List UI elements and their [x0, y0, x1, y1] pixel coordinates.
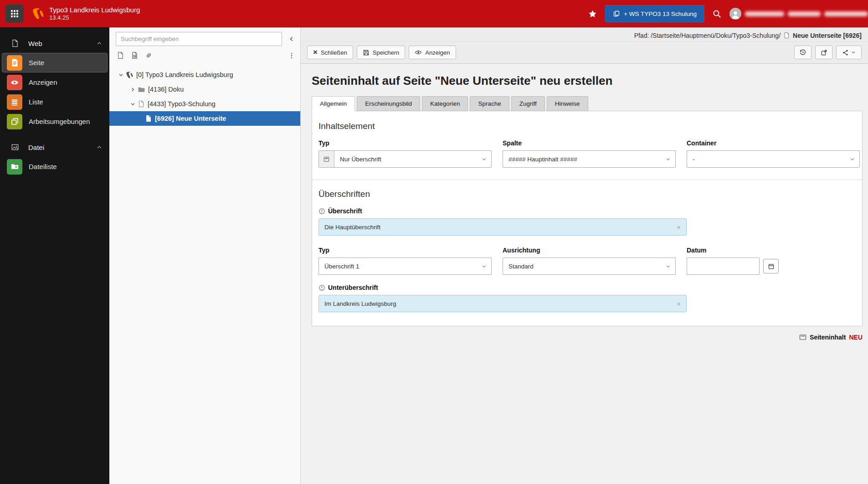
page-module-icon — [7, 55, 22, 71]
workspace-copy-icon — [613, 10, 620, 17]
grid-icon — [10, 10, 19, 18]
sidebar-item-label: Arbeitsumgebungen — [29, 118, 90, 125]
info-icon — [318, 208, 325, 215]
chevron-right-icon[interactable] — [128, 87, 137, 92]
spalte-select[interactable]: ##### Hauptinhalt ##### — [503, 150, 676, 168]
tree-node-label: [4433] Typo3-Schulung — [148, 100, 216, 108]
chevron-down-icon — [851, 50, 856, 55]
tab-sprache[interactable]: Sprache — [470, 96, 509, 111]
calendar-button[interactable] — [763, 259, 779, 273]
view-eye-icon — [7, 75, 22, 90]
tab-hinweise[interactable]: Hinweise — [547, 96, 588, 111]
collapse-tree-icon[interactable] — [287, 35, 296, 44]
chevron-up-icon — [97, 144, 102, 150]
page-icon — [145, 115, 152, 122]
tree-search-input[interactable] — [116, 32, 282, 46]
unterueberschrift-label-row: Unterüberschrift — [318, 284, 856, 291]
page-icon — [783, 32, 790, 39]
clear-field-icon[interactable]: × — [677, 223, 681, 231]
tab-erscheinungsbild[interactable]: Erscheinungsbild — [357, 96, 420, 111]
module-group-label: Web — [28, 40, 42, 47]
close-button[interactable]: × Schließen — [307, 46, 353, 59]
open-in-new-window-button[interactable] — [815, 46, 832, 59]
sidebar-item-label: Anzeigen — [29, 78, 57, 86]
module-group-web[interactable]: Web — [0, 34, 109, 53]
share-button[interactable] — [836, 46, 862, 59]
docheader: Pfad: /Startseite/Hauptmenü/Doku/Typo3-S… — [301, 27, 868, 64]
tab-allgemein[interactable]: Allgemein — [312, 96, 355, 111]
tree-kebab-menu-icon[interactable] — [288, 52, 295, 59]
file-image-icon — [11, 143, 19, 151]
chevron-down-icon — [666, 157, 675, 162]
save-button[interactable]: Speichern — [357, 46, 406, 59]
module-group-datei[interactable]: Datei — [0, 138, 109, 157]
datum-label: Datum — [687, 247, 860, 254]
ueberschrift-value: Die Hauptüberschrift — [324, 224, 380, 231]
chevron-down-icon[interactable] — [128, 102, 137, 107]
save-floppy-icon — [363, 49, 370, 56]
unterueberschrift-value: Im Landkreis Ludwigsburg — [324, 300, 396, 307]
sidebar-item-liste[interactable]: Liste — [2, 92, 108, 112]
calendar-icon — [768, 263, 775, 270]
new-page-wizard-icon[interactable] — [131, 51, 139, 59]
new-page-icon[interactable] — [117, 51, 124, 59]
datum-input[interactable] — [687, 257, 760, 275]
user-menu[interactable] — [729, 8, 868, 20]
breadcrumb: Pfad: /Startseite/Hauptmenü/Doku/Typo3-S… — [301, 27, 868, 42]
breadcrumb-record: Neue Unterseite [6926] — [793, 32, 862, 39]
modulemenu-toggle-button[interactable] — [5, 5, 24, 23]
container-select[interactable]: - — [687, 150, 860, 168]
web-doc-icon — [11, 39, 19, 47]
tree-node-label: [4136] Doku — [148, 86, 184, 93]
bookmark-star-icon[interactable] — [588, 10, 597, 18]
ueberschrift-input[interactable]: Die Hauptüberschrift × — [318, 218, 687, 236]
close-icon: × — [313, 48, 318, 56]
page-tree-panel: [0] Typo3 Landkreis Ludwigsburg [4136] D… — [109, 27, 301, 484]
workspaces-layers-icon — [7, 114, 22, 129]
chevron-down-icon — [482, 157, 491, 162]
topbar: Typo3 Landkreis Ludwigsburg 13.4.25 + WS… — [0, 0, 868, 27]
chevron-down-icon — [666, 264, 675, 269]
sidebar-item-label: Dateiliste — [29, 163, 57, 170]
site-title: Typo3 Landkreis Ludwigsburg — [49, 6, 140, 15]
tab-kategorien[interactable]: Kategorien — [422, 96, 468, 111]
container-select-value: - — [687, 156, 850, 163]
sidebar-item-anzeigen[interactable]: Anzeigen — [2, 72, 108, 92]
history-button[interactable] — [794, 46, 812, 59]
chevron-down-icon[interactable] — [117, 72, 125, 77]
tab-bar: Allgemein Erscheinungsbild Kategorien Sp… — [312, 96, 863, 111]
container-label: Container — [687, 139, 860, 147]
list-module-icon — [7, 94, 22, 110]
clear-field-icon[interactable]: × — [677, 300, 681, 308]
tree-node-typo3-schulung[interactable]: [4433] Typo3-Schulung — [109, 97, 300, 111]
ausrichtung-select[interactable]: Standard — [503, 257, 676, 275]
share-icon — [842, 49, 849, 56]
typo3-logo-icon — [32, 7, 45, 20]
unterueberschrift-input[interactable]: Im Landkreis Ludwigsburg × — [318, 295, 687, 312]
view-button-label: Anzeigen — [425, 49, 450, 56]
tree-node-root[interactable]: [0] Typo3 Landkreis Ludwigsburg — [109, 67, 300, 82]
sidebar-item-seite[interactable]: Seite — [2, 53, 108, 72]
record-type-label: Seiteninhalt — [810, 334, 846, 341]
link-icon[interactable] — [145, 51, 153, 59]
tree-node-neue-unterseite-selected[interactable]: [6926] Neue Unterseite — [109, 111, 300, 126]
header-element-icon — [319, 151, 334, 167]
tree-node-doku[interactable]: [4136] Doku — [109, 82, 300, 97]
redacted-username — [788, 11, 821, 16]
typ-select[interactable]: Nur Überschrift — [318, 150, 492, 168]
workspace-button-label: + WS TYPO3 13 Schulung — [624, 10, 697, 17]
search-icon[interactable] — [713, 10, 721, 18]
heading-typ-select[interactable]: Überschrift 1 — [318, 257, 492, 275]
page-title: Seiteninhalt auf Seite "Neue Unterseite"… — [312, 74, 868, 88]
workspace-button[interactable]: + WS TYPO3 13 Schulung — [605, 5, 704, 22]
sidebar-item-dateiliste[interactable]: Dateiliste — [2, 157, 108, 176]
sidebar-item-arbeitsumgebungen[interactable]: Arbeitsumgebungen — [2, 112, 108, 131]
user-avatar — [729, 8, 741, 20]
info-icon — [318, 284, 325, 291]
ausrichtung-label: Ausrichtung — [503, 247, 676, 254]
brand[interactable]: Typo3 Landkreis Ludwigsburg 13.4.25 — [32, 6, 140, 22]
module-group-label: Datei — [28, 144, 44, 151]
folder-icon — [138, 86, 145, 93]
tab-zugriff[interactable]: Zugriff — [511, 96, 545, 111]
view-button[interactable]: Anzeigen — [409, 46, 456, 59]
